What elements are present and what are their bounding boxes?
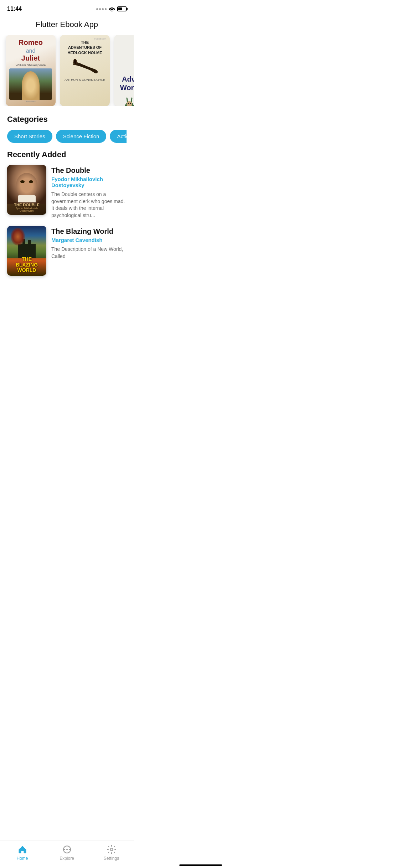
status-icons [96,6,127,11]
categories-section: Categories Short Stories Science Fiction… [0,115,134,143]
the-double-author: Fyodor Mikhailovich Dostoyevsky [51,176,127,188]
recently-added-section: Recently Added THE DOUBLE Fyodor Mik [0,150,134,276]
blazing-title-cover: THE BLAZINGWORLD [10,257,43,273]
battery-icon [117,6,127,11]
categories-row: Short Stories Science Fiction Action & A… [7,130,127,143]
blazing-world-cover: THE BLAZINGWORLD [7,226,46,276]
recently-added-title: Recently Added [7,150,127,159]
blazing-world-title: The Blazing World [51,227,127,236]
signal-dots [96,8,107,10]
double-author-cover: Fyodor Mikhailovich Dostoyevsky [10,207,43,212]
wifi-icon [109,6,115,11]
book-title-sherlock: THEADVENTURES OFHERLOCK HOLME [67,40,102,55]
book-title-alice: AliceAdventuresWonderland [117,66,134,92]
carousel-book-romeo-juliet[interactable]: RomeoandJuliet William Shakespeare feedb… [6,35,56,106]
the-double-title: The Double [51,166,127,175]
romeo-scene-art [9,68,52,100]
category-short-stories[interactable]: Short Stories [7,130,52,143]
book-author-romeo: William Shakespeare [16,63,46,67]
carousel-book-sherlock[interactable]: FEEDBOOK THEADVENTURES OFHERLOCK HOLME A… [60,35,110,106]
list-item-blazing-world[interactable]: THE BLAZINGWORLD The Blazing World Marga… [7,226,127,276]
category-science-fiction[interactable]: Science Fiction [56,130,107,143]
blazing-world-info: The Blazing World Margaret Cavendish The… [51,226,127,260]
book-title-romeo: RomeoandJuliet [19,38,43,62]
book-author-alice: Lewis Carroll [117,93,134,96]
pipe-art [71,55,99,77]
list-item-the-double[interactable]: THE DOUBLE Fyodor Mikhailovich Dostoyevs… [7,165,127,219]
svg-point-0 [112,11,113,12]
app-header: Flutter Ebook App [0,16,134,35]
categories-title: Categories [7,115,127,124]
svg-point-7 [130,103,131,104]
status-time: 11:44 [7,6,22,12]
carousel-book-alice[interactable]: AliceAdventuresWonderland Lewis Carroll [114,35,134,106]
blazing-world-author: Margaret Cavendish [51,237,127,243]
double-face-art [7,165,46,204]
blazing-world-desc: The Description of a New World, Called [51,246,127,260]
alice-rabbit-art [117,96,134,106]
status-bar: 11:44 [0,0,134,16]
the-double-desc: The Double centers on a government clerk… [51,191,127,219]
the-double-cover: THE DOUBLE Fyodor Mikhailovich Dostoyevs… [7,165,46,215]
book-author-sherlock: ARTHUR & CONAN DOYLE [65,78,105,82]
book-carousel[interactable]: RomeoandJuliet William Shakespeare feedb… [0,35,134,106]
svg-point-6 [128,103,129,104]
the-double-info: The Double Fyodor Mikhailovich Dostoyevs… [51,165,127,219]
alice-art-top [117,38,134,66]
romeo-publisher: feedbooks [26,100,36,103]
double-title-cover: THE DOUBLE [10,203,43,207]
category-action-adventure[interactable]: Action & Adventure [110,130,127,143]
app-title: Flutter Ebook App [7,20,127,29]
